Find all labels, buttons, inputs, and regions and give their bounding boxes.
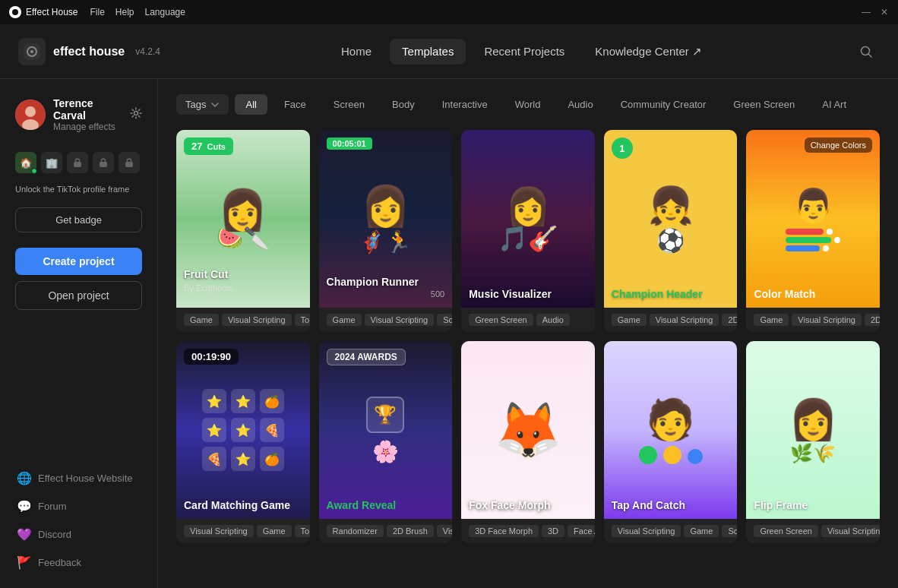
card-tags-fox: 3D Face Morph 3D Face Av... — [461, 519, 595, 543]
templates-grid: 👩 🍉🔪 27Cuts Fruit Cut By Ecgtheow Game — [176, 130, 880, 543]
unlock-text: Unlock the TikTok profile frame — [9, 181, 148, 198]
discord-icon: 💜 — [17, 527, 30, 542]
champion-runner-badge: 00:05:01 — [327, 138, 372, 150]
card-tags-flip-frame: Green Screen Visual Scripting — [746, 519, 880, 543]
tag-interactive[interactable]: Interactive — [432, 94, 498, 115]
nav-recent-projects[interactable]: Recent Projects — [472, 39, 577, 65]
card-image-fox: 🦊 Fox Face Morph — [461, 341, 595, 519]
avatar — [15, 100, 46, 130]
nav-templates[interactable]: Templates — [390, 39, 466, 65]
sidebar-item-discord[interactable]: 💜 Discord — [9, 521, 148, 548]
nav-bar: effect house v4.2.4 Home Templates Recen… — [0, 24, 898, 79]
svg-point-7 — [25, 106, 36, 117]
sidebar-footer: 🌐 Effect House Website 💬 Forum 💜 Discord… — [9, 465, 148, 576]
nav-logo-icon — [18, 38, 46, 65]
svg-point-0 — [12, 9, 18, 15]
open-project-button[interactable]: Open project — [15, 281, 142, 310]
user-sub: Manage effects — [53, 122, 122, 132]
title-bar-left: Effect House File Help Language — [9, 6, 185, 18]
card-image-champion-runner: 👩 🦸🏃 00:05:01 Champion Runner 500 — [319, 130, 453, 308]
svg-line-5 — [869, 54, 872, 57]
badge-item-lock1 — [67, 152, 88, 173]
sidebar: Terence Carval Manage effects 🏠 🏢 — [0, 79, 158, 588]
badge-item-active: 🏠 — [15, 152, 36, 173]
tag-ai-art[interactable]: AI Art — [811, 94, 857, 115]
globe-icon: 🌐 — [17, 471, 30, 485]
card-tags-award: Randomizer 2D Brush Visua... — [319, 519, 453, 543]
card-tags-tap-catch: Visual Scripting Game Scre... — [604, 519, 738, 543]
menu-file[interactable]: File — [90, 7, 104, 17]
card-matching-badge: 00:19:90 — [184, 349, 239, 365]
menu-help[interactable]: Help — [115, 7, 134, 17]
nav-search-button[interactable] — [852, 38, 880, 65]
template-card-champion-runner[interactable]: 👩 🦸🏃 00:05:01 Champion Runner 500 Game V… — [319, 130, 453, 332]
sidebar-item-feedback-label: Feedback — [38, 557, 81, 568]
tag-world[interactable]: World — [504, 94, 552, 115]
champion-runner-info: Champion Runner 500 — [327, 276, 445, 288]
tag-all[interactable]: All — [235, 94, 267, 115]
forum-icon: 💬 — [17, 499, 30, 514]
svg-rect-11 — [100, 162, 107, 167]
color-match-title: Color Match — [754, 288, 815, 300]
tag-face[interactable]: Face — [274, 94, 317, 115]
svg-rect-12 — [125, 162, 133, 167]
template-card-champion-header[interactable]: 👧 ⚽ 1 Champion Header Game Visual Script… — [604, 130, 738, 332]
card-tags-fruit-cut: Game Visual Scripting Touch — [176, 308, 310, 332]
tap-and-catch-title: Tap And Catch — [612, 499, 685, 511]
tag-screen[interactable]: Screen — [323, 94, 375, 115]
champion-header-title: Champion Header — [612, 288, 703, 300]
user-name: Terence Carval — [53, 97, 122, 122]
nav-links: Home Templates Recent Projects Knowledge… — [191, 39, 852, 65]
template-card-tap-and-catch[interactable]: 🧑 Tap And Catch Visual Scripting Game Sc… — [604, 341, 738, 543]
color-match-badge: Change Colors — [805, 138, 872, 153]
svg-point-3 — [30, 50, 33, 53]
card-image-color-match: 👨 — [746, 130, 880, 308]
sidebar-item-website[interactable]: 🌐 Effect House Website — [9, 465, 148, 492]
nav-logo: effect house v4.2.4 — [18, 38, 160, 65]
title-bar: Effect House File Help Language — ✕ — [0, 0, 898, 24]
tag-touch: Touch — [295, 314, 310, 326]
template-card-color-match[interactable]: 👨 — [746, 130, 880, 332]
tags-dropdown-label: Tags — [185, 99, 206, 110]
chevron-down-icon — [210, 100, 220, 109]
template-card-fruit-cut[interactable]: 👩 🍉🔪 27Cuts Fruit Cut By Ecgtheow Game — [176, 130, 310, 332]
sidebar-item-discord-label: Discord — [38, 529, 71, 540]
template-card-fox-face-morph[interactable]: 🦊 Fox Face Morph 3D Face Morph 3D Face A… — [461, 341, 595, 543]
card-image-tap-catch: 🧑 Tap And Catch — [604, 341, 738, 519]
award-reveal-title: Award Reveal — [327, 499, 397, 511]
card-image-music-vis: 👩 🎵🎸 Music Visualizer — [461, 130, 595, 308]
badge-item-house: 🏢 — [41, 152, 62, 173]
template-card-award-reveal[interactable]: 🏆 🌸 2024 AWARDS Award Reveal Randomizer … — [319, 341, 453, 543]
template-card-music-visualizer[interactable]: 👩 🎵🎸 Music Visualizer Green Screen Audio — [461, 130, 595, 332]
svg-point-4 — [862, 46, 870, 55]
template-card-flip-frame[interactable]: 👩 🌿🌾 Flip Frame Green Screen Visual Scri… — [746, 341, 880, 543]
nav-knowledge-center[interactable]: Knowledge Center ↗ — [583, 39, 714, 65]
menu-language[interactable]: Language — [145, 7, 185, 17]
tag-community-creator[interactable]: Community Creator — [610, 94, 717, 115]
title-bar-menu: File Help Language — [90, 7, 185, 17]
create-project-button[interactable]: Create project — [15, 248, 142, 275]
minimize-button[interactable]: — — [862, 8, 871, 17]
sidebar-item-forum-label: Forum — [38, 501, 67, 512]
badge-row: 🏠 🏢 — [9, 147, 148, 178]
user-settings-icon[interactable] — [130, 107, 142, 122]
tags-row: Tags All Face Screen Body Interactive Wo… — [176, 94, 880, 115]
badge-item-lock3 — [119, 152, 140, 173]
get-badge-button[interactable]: Get badge — [15, 207, 142, 232]
sidebar-item-forum[interactable]: 💬 Forum — [9, 493, 148, 520]
sidebar-item-feedback[interactable]: 🚩 Feedback — [9, 549, 148, 576]
template-card-card-matching[interactable]: ⭐ ⭐ 🍊 ⭐ ⭐ 🍕 🍕 ⭐ 🍊 00:19:90 — [176, 341, 310, 543]
tag-green-screen[interactable]: Green Screen — [723, 94, 805, 115]
card-image-champion-header: 👧 ⚽ 1 Champion Header — [604, 130, 738, 308]
card-tags-champion-runner: Game Visual Scripting Scre... — [319, 308, 453, 332]
tags-dropdown[interactable]: Tags — [176, 94, 229, 115]
svg-rect-10 — [74, 162, 81, 167]
tag-audio[interactable]: Audio — [557, 94, 603, 115]
tag-body[interactable]: Body — [381, 94, 425, 115]
music-vis-title: Music Visualizer — [469, 288, 552, 300]
card-image-award: 🏆 🌸 2024 AWARDS Award Reveal — [319, 341, 453, 519]
nav-home[interactable]: Home — [329, 39, 384, 65]
close-button[interactable]: ✕ — [880, 8, 889, 17]
card-tags-music-vis: Green Screen Audio — [461, 308, 595, 332]
card-image-flip-frame: 👩 🌿🌾 Flip Frame — [746, 341, 880, 519]
